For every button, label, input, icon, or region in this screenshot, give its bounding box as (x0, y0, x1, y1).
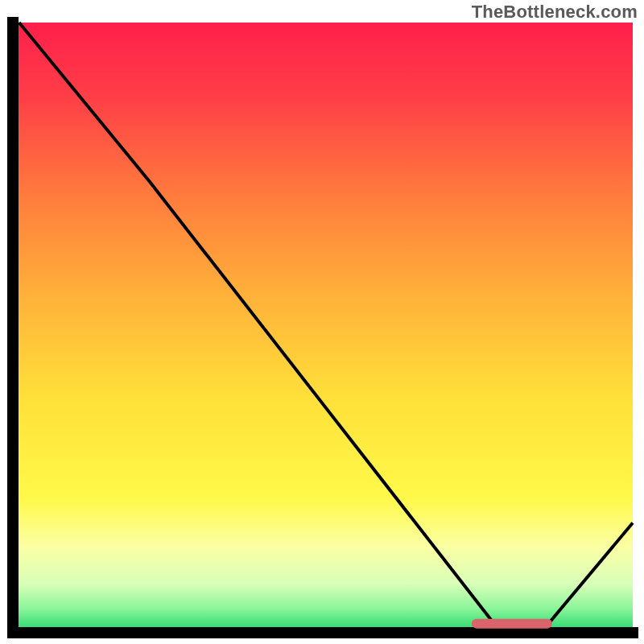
optimal-range-marker (472, 619, 552, 629)
plot-background (13, 23, 633, 633)
watermark-text: TheBottleneck.com (472, 2, 638, 23)
chart-svg (0, 0, 644, 644)
bottleneck-chart: TheBottleneck.com (0, 0, 644, 644)
